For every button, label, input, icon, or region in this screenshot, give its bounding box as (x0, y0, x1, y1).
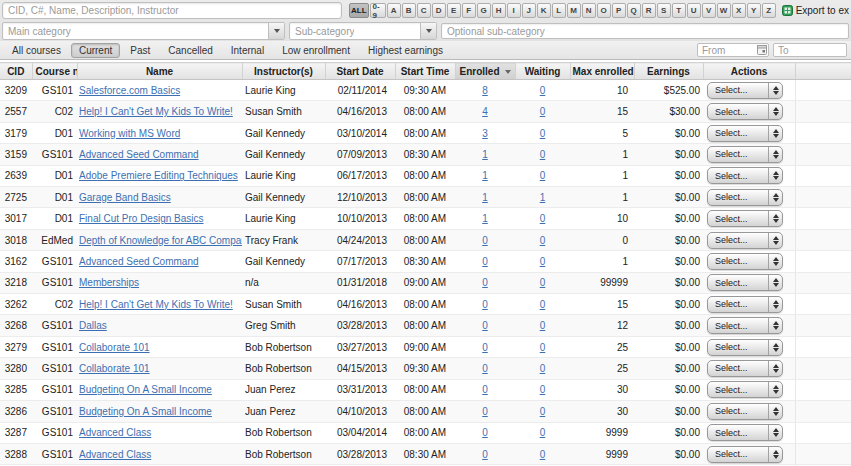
alpha-filter-button[interactable]: Y (747, 3, 761, 18)
tab-item[interactable]: Current (71, 43, 120, 58)
alpha-filter-button[interactable]: Z (762, 3, 776, 18)
course-name-link[interactable]: Budgeting On A Small Income (79, 384, 212, 395)
course-name-link[interactable]: Budgeting On A Small Income (79, 406, 212, 417)
alpha-filter-button[interactable]: K (537, 3, 551, 18)
course-name-link[interactable]: Advanced Seed Command (79, 149, 199, 160)
course-name-link[interactable]: Advanced Class (79, 427, 151, 438)
waiting-count-link[interactable]: 0 (540, 427, 546, 438)
enrolled-count-link[interactable]: 0 (482, 256, 488, 267)
enrolled-count-link[interactable]: 0 (482, 299, 488, 310)
alpha-filter-button[interactable]: C (417, 3, 431, 18)
enrolled-count-link[interactable]: 1 (482, 213, 488, 224)
column-header-waiting[interactable]: Waiting (515, 63, 570, 80)
column-header-start-date[interactable]: Start Date (325, 63, 395, 80)
waiting-count-link[interactable]: 0 (540, 128, 546, 139)
enrolled-count-link[interactable]: 1 (482, 192, 488, 203)
course-name-link[interactable]: Adobe Premiere Editing Techniques (79, 170, 238, 181)
column-header-cid[interactable]: CID (0, 63, 32, 80)
column-header-start-time[interactable]: Start Time (395, 63, 455, 80)
actions-select[interactable]: Select... (707, 146, 783, 163)
enrolled-count-link[interactable]: 0 (482, 320, 488, 331)
actions-select[interactable]: Select... (707, 403, 783, 420)
course-name-link[interactable]: Help! I Can't Get My Kids To Write! (79, 106, 233, 117)
calendar-icon[interactable] (757, 45, 767, 55)
alpha-filter-button[interactable]: P (612, 3, 626, 18)
alpha-filter-button[interactable]: D (432, 3, 446, 18)
enrolled-count-link[interactable]: 0 (482, 235, 488, 246)
actions-select[interactable]: Select... (707, 317, 783, 334)
alpha-filter-button[interactable]: N (582, 3, 596, 18)
tab-item[interactable]: Highest earnings (360, 43, 451, 58)
course-name-link[interactable]: Collaborate 101 (79, 363, 150, 374)
actions-select[interactable]: Select... (707, 125, 783, 142)
column-header-course-number[interactable]: Course numbe (32, 63, 77, 80)
course-name-link[interactable]: Working with MS Word (79, 128, 180, 139)
actions-select[interactable]: Select... (707, 189, 783, 206)
alpha-filter-button[interactable]: X (732, 3, 746, 18)
course-name-link[interactable]: Memberships (79, 277, 139, 288)
column-header-instructors[interactable]: Instructor(s) (242, 63, 325, 80)
alpha-filter-button[interactable]: 0-9 (370, 3, 386, 18)
enrolled-count-link[interactable]: 0 (482, 449, 488, 460)
course-name-link[interactable]: Garage Band Basics (79, 192, 171, 203)
alpha-filter-button[interactable]: G (477, 3, 491, 18)
tab-item[interactable]: Low enrollment (274, 43, 358, 58)
export-button[interactable]: Export to ex (782, 5, 849, 16)
actions-select[interactable]: Select... (707, 424, 783, 441)
alpha-filter-button[interactable]: W (717, 3, 731, 18)
actions-select[interactable]: Select... (707, 296, 783, 313)
to-date-input[interactable] (773, 43, 847, 57)
alpha-filter-button[interactable]: U (687, 3, 701, 18)
alpha-filter-button[interactable]: S (657, 3, 671, 18)
column-header-earnings[interactable]: Earnings (634, 63, 703, 80)
waiting-count-link[interactable]: 0 (540, 85, 546, 96)
course-name-link[interactable]: Dallas (79, 320, 107, 331)
enrolled-count-link[interactable]: 0 (482, 363, 488, 374)
tab-item[interactable]: Internal (223, 43, 272, 58)
optional-sub-category-input[interactable] (441, 23, 849, 39)
enrolled-count-link[interactable]: 0 (482, 384, 488, 395)
alpha-filter-button[interactable]: R (642, 3, 656, 18)
actions-select[interactable]: Select... (707, 103, 783, 120)
enrolled-count-link[interactable]: 1 (482, 170, 488, 181)
enrolled-count-link[interactable]: 0 (482, 342, 488, 353)
waiting-count-link[interactable]: 0 (540, 149, 546, 160)
alpha-filter-button[interactable]: T (672, 3, 686, 18)
waiting-count-link[interactable]: 0 (540, 363, 546, 374)
actions-select[interactable]: Select... (707, 360, 783, 377)
search-input[interactable] (2, 2, 342, 19)
alpha-filter-button[interactable]: I (507, 3, 521, 18)
waiting-count-link[interactable]: 0 (540, 235, 546, 246)
waiting-count-link[interactable]: 0 (540, 406, 546, 417)
actions-select[interactable]: Select... (707, 446, 783, 463)
alpha-filter-button[interactable]: A (387, 3, 401, 18)
actions-select[interactable]: Select... (707, 232, 783, 249)
course-name-link[interactable]: Advanced Seed Command (79, 256, 199, 267)
actions-select[interactable]: Select... (707, 210, 783, 227)
enrolled-count-link[interactable]: 8 (482, 85, 488, 96)
actions-select[interactable]: Select... (707, 339, 783, 356)
alpha-filter-button[interactable]: L (552, 3, 566, 18)
course-name-link[interactable]: Salesforce.com Basics (79, 85, 180, 96)
course-name-link[interactable]: Advanced Class (79, 449, 151, 460)
tab-item[interactable]: Cancelled (160, 43, 220, 58)
tab-item[interactable]: All courses (4, 43, 69, 58)
alpha-filter-button[interactable]: ALL (349, 3, 369, 18)
waiting-count-link[interactable]: 0 (540, 256, 546, 267)
waiting-count-link[interactable]: 1 (540, 192, 546, 203)
alpha-filter-button[interactable]: F (462, 3, 476, 18)
actions-select[interactable]: Select... (707, 253, 783, 270)
column-header-name[interactable]: Name (77, 63, 242, 80)
waiting-count-link[interactable]: 0 (540, 384, 546, 395)
course-name-link[interactable]: Depth of Knowledge for ABC Company (79, 235, 242, 246)
actions-select[interactable]: Select... (707, 274, 783, 291)
main-category-select[interactable]: Main category (2, 22, 285, 40)
waiting-count-link[interactable]: 0 (540, 170, 546, 181)
waiting-count-link[interactable]: 0 (540, 213, 546, 224)
waiting-count-link[interactable]: 0 (540, 277, 546, 288)
actions-select[interactable]: Select... (707, 381, 783, 398)
alpha-filter-button[interactable]: M (567, 3, 581, 18)
waiting-count-link[interactable]: 0 (540, 449, 546, 460)
enrolled-count-link[interactable]: 0 (482, 406, 488, 417)
alpha-filter-button[interactable]: B (402, 3, 416, 18)
